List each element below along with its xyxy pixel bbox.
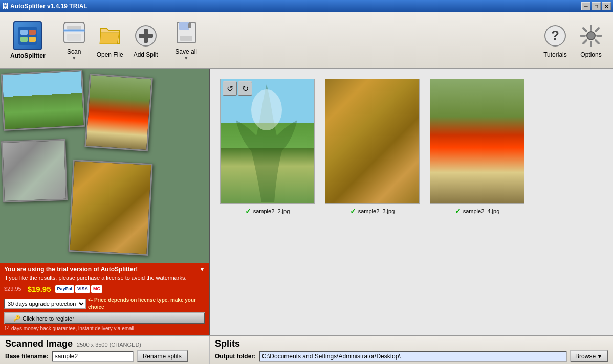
base-filename-label: Base filename:	[5, 353, 49, 360]
app-icon: 🖼	[2, 3, 8, 10]
register-row: 🔑 Click here to register	[4, 312, 205, 324]
split-filename-1: ✓ sample2_2.jpg	[245, 207, 290, 215]
paypal-logo: PayPal	[55, 285, 75, 293]
trial-pricing-row: $29.95 $19.95 PayPal VISA MC	[4, 284, 205, 294]
svg-line-25	[596, 40, 599, 43]
separator-1	[54, 20, 54, 61]
svg-rect-0	[18, 27, 37, 45]
filename-text-2: sample2_3.jpg	[358, 208, 395, 214]
split-filename-2: ✓ sample2_3.jpg	[350, 207, 395, 215]
splits-title: Splits	[215, 338, 608, 349]
tutorials-label: Tutorials	[543, 51, 567, 58]
logo-area: AutoSplitter	[4, 19, 52, 61]
visa-logo: VISA	[75, 285, 90, 293]
trial-controls-row: 30 days upgrade protection 1 year upgrad…	[4, 297, 205, 311]
money-back: 14 days money back guarantee, instant de…	[4, 325, 205, 332]
scan-button[interactable]: Scan ▼	[56, 17, 92, 63]
scan-label: Scan	[67, 48, 81, 55]
output-folder-row: Output folder: Browse ▼	[215, 350, 608, 362]
svg-rect-16	[188, 23, 191, 28]
maximize-button[interactable]: □	[592, 2, 601, 10]
svg-line-27	[583, 40, 586, 43]
base-filename-row: Base filename: Rename splits	[5, 350, 204, 362]
open-file-button[interactable]: Open File	[92, 20, 128, 60]
titlebar-title: 🖼 AutoSplitter v1.4.19 TRIAL	[2, 3, 87, 10]
scan-icon	[61, 19, 87, 46]
split-item-1: ↺ ↻ ✓ sample2_2.jpg	[220, 79, 315, 215]
svg-rect-15	[180, 36, 192, 41]
svg-rect-4	[29, 37, 36, 42]
separator-2	[166, 20, 166, 61]
scan-photo-4	[68, 160, 152, 256]
checkmark-1: ✓	[245, 207, 251, 215]
splits-grid: ↺ ↻ ✓ sample2_2.jpg	[210, 69, 613, 335]
svg-rect-8	[67, 34, 81, 41]
svg-rect-2	[29, 30, 36, 35]
split-item-3: ✓ sample2_4.jpg	[430, 79, 524, 215]
tutorials-button[interactable]: ? Tutorials	[537, 20, 573, 60]
save-all-arrow: ▼	[184, 55, 189, 61]
trial-title: You are using the trial version of AutoS…	[4, 266, 205, 273]
svg-rect-12	[139, 34, 153, 38]
open-file-icon	[97, 22, 123, 49]
open-file-label: Open File	[97, 51, 123, 58]
close-button[interactable]: ✕	[602, 2, 611, 10]
filename-text-3: sample2_4.jpg	[463, 208, 500, 214]
add-split-icon	[133, 22, 159, 49]
output-path-input[interactable]	[259, 351, 567, 362]
app-logo	[13, 21, 42, 50]
scan-photo-2	[84, 74, 153, 151]
browse-label: Browse	[575, 353, 596, 360]
rename-splits-button[interactable]: Rename splits	[137, 350, 188, 362]
add-split-button[interactable]: Add Split	[128, 20, 164, 60]
options-icon	[578, 22, 604, 49]
browse-button[interactable]: Browse ▼	[570, 350, 608, 362]
minimize-button[interactable]: ─	[581, 2, 590, 10]
add-split-label: Add Split	[134, 51, 158, 58]
bottom-bar: Scanned Image 2500 x 3500 (CHANGED) Base…	[0, 335, 613, 364]
register-button[interactable]: 🔑 Click here to register	[4, 312, 205, 324]
old-price: $29.95	[4, 285, 21, 293]
svg-rect-9	[63, 29, 85, 32]
trial-body: If you like the results, please purchase…	[4, 274, 205, 332]
split-image-3	[430, 79, 524, 204]
checkmark-3: ✓	[455, 207, 461, 215]
mastercard-logo: MC	[91, 285, 102, 293]
options-label: Options	[580, 51, 601, 58]
svg-line-24	[583, 28, 586, 31]
main-content: You are using the trial version of AutoS…	[0, 69, 613, 335]
scanned-info: 2500 x 3500 (CHANGED)	[77, 342, 141, 348]
splits-section: Splits Output folder: Browse ▼	[210, 336, 613, 364]
protection-select[interactable]: 30 days upgrade protection 1 year upgrad…	[4, 299, 86, 309]
split-filename-3: ✓ sample2_4.jpg	[455, 207, 500, 215]
filename-text-1: sample2_2.jpg	[253, 208, 290, 214]
browse-arrow-icon: ▼	[597, 353, 603, 360]
svg-rect-3	[20, 37, 28, 42]
base-filename-input[interactable]	[52, 351, 134, 362]
save-all-label: Save all	[175, 48, 197, 55]
titlebar-controls: ─ □ ✕	[581, 2, 611, 10]
save-all-icon	[173, 19, 200, 46]
register-label: Click here to register	[23, 315, 74, 322]
logo-label: AutoSplitter	[10, 52, 46, 59]
split-item-2: ✓ sample2_3.jpg	[325, 79, 420, 215]
save-all-button[interactable]: Save all ▼	[168, 17, 204, 63]
left-panel: You are using the trial version of AutoS…	[0, 69, 210, 335]
svg-line-26	[596, 28, 599, 31]
svg-point-28	[251, 89, 282, 130]
scan-photo-1	[1, 70, 85, 131]
scanned-image-title: Scanned Image	[5, 338, 73, 349]
checkmark-2: ✓	[350, 207, 356, 215]
cc-badges: PayPal VISA MC	[55, 285, 103, 293]
new-price: $19.95	[28, 284, 51, 294]
scan-photo-3	[1, 139, 68, 202]
scan-arrow: ▼	[72, 55, 77, 61]
price-note: <- Price depends on license type, make y…	[88, 297, 205, 311]
toolbar: AutoSplitter Scan ▼ Open File	[0, 12, 613, 69]
options-button[interactable]: Options	[573, 20, 609, 60]
titlebar-text: AutoSplitter v1.4.19 TRIAL	[10, 3, 87, 10]
trial-expand-icon[interactable]: ▼	[199, 266, 205, 273]
split-image-2	[325, 79, 420, 204]
titlebar: 🖼 AutoSplitter v1.4.19 TRIAL ─ □ ✕	[0, 0, 613, 12]
split-image-1: ↺ ↻	[220, 79, 315, 204]
